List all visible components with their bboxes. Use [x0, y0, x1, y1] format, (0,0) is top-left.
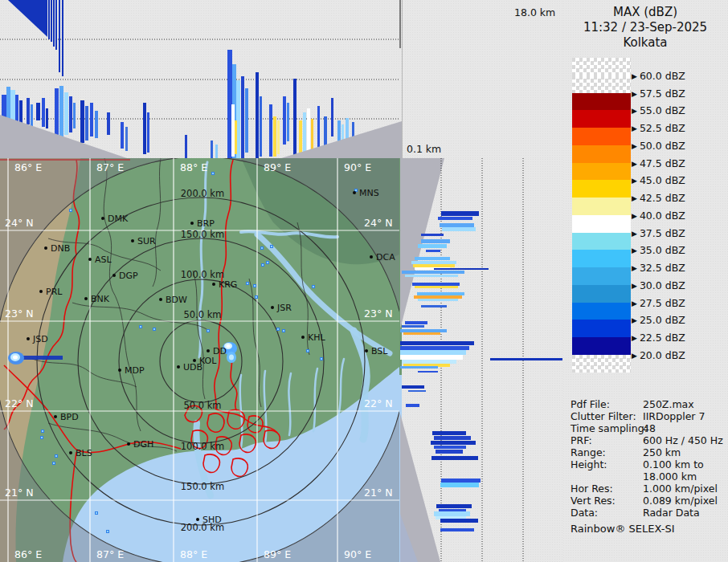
- echo-row: [403, 332, 440, 335]
- legend-value-label: ▶42.5 dBZ: [632, 192, 685, 204]
- echo-row: [438, 217, 472, 220]
- legend-band: [572, 320, 631, 337]
- city-label: BNK: [91, 294, 110, 304]
- echo-row: [418, 371, 438, 373]
- metadata-key: Range:: [571, 446, 606, 458]
- echo-row: [440, 519, 478, 523]
- city-dot: [101, 217, 104, 220]
- echo-column: [303, 112, 306, 154]
- city-label: MNS: [359, 188, 379, 198]
- echo-column: [85, 106, 88, 140]
- city-dot: [44, 246, 47, 250]
- echo-blob-core: [13, 356, 18, 360]
- city-label: JSD: [32, 334, 48, 344]
- echo-dot-core: [247, 283, 248, 284]
- legend-arrow-icon: ▶: [632, 352, 637, 360]
- echo-dot-core: [283, 330, 284, 332]
- city-dot: [353, 191, 356, 194]
- echo-dot-core: [321, 358, 322, 360]
- echo-column: [107, 112, 110, 135]
- metadata-key: Vert Res:: [571, 495, 616, 507]
- city-label: BPD: [60, 412, 79, 422]
- echo-dot-core: [313, 286, 314, 287]
- city-label: BDW: [166, 295, 187, 305]
- software-brand: Rainbow® SELEX-SI: [571, 523, 675, 535]
- echo-row: [442, 227, 476, 231]
- longitude-label: 90° E: [344, 161, 371, 173]
- city-dot: [365, 349, 368, 352]
- city-label: SUR: [137, 236, 156, 246]
- city-dot: [112, 274, 116, 277]
- legend-band: [572, 267, 631, 285]
- echo-row: [418, 244, 447, 248]
- legend-band: [572, 250, 631, 267]
- legend-arrow-icon: ▶: [632, 334, 637, 342]
- echo-spike: [59, 0, 60, 72]
- latitude-label: 24° N: [364, 217, 392, 229]
- longitude-label: 86° E: [14, 548, 42, 560]
- echo-dot-core: [261, 247, 263, 249]
- echo-column: [273, 116, 276, 157]
- height-axis-max-label: 18.0 km: [514, 6, 555, 18]
- radar-map[interactable]: DMKBRPMNSSURDNBASLDGPDCAPRLBNKKRGBDWJSRK…: [0, 158, 399, 562]
- echo-column: [235, 120, 237, 154]
- echo-column: [215, 145, 218, 158]
- echo-column: [69, 96, 72, 132]
- echo-row: [402, 325, 424, 328]
- echo-row: [440, 223, 474, 227]
- city-label: KHL: [308, 332, 325, 343]
- legend-band: [572, 163, 631, 181]
- echo-column: [64, 92, 68, 135]
- city-dot: [370, 255, 373, 259]
- echo-row: [405, 321, 427, 324]
- metadata-value: 1.000 km/pixel: [643, 483, 718, 495]
- metadata-value: 600 Hz / 450 Hz: [643, 434, 723, 446]
- echo-row: [413, 264, 455, 267]
- echo-column: [59, 86, 63, 138]
- legend-value-label: ▶30.0 dBZ: [632, 279, 685, 291]
- echo-row: [421, 305, 447, 307]
- legend-band: [572, 128, 631, 145]
- metadata-value: IIRDoppler 7: [643, 410, 705, 422]
- metadata-key: Pdf File:: [571, 398, 610, 410]
- echo-dot-core: [55, 455, 57, 457]
- latitude-label: 22° N: [364, 397, 392, 409]
- metadata-key: PRF:: [571, 434, 592, 446]
- echo-row: [400, 366, 438, 369]
- echo-column: [185, 135, 187, 158]
- legend-value-label: ▶22.5 dBZ: [632, 332, 685, 344]
- echo-column: [260, 96, 262, 157]
- echo-dot-core: [307, 350, 309, 352]
- echo-row: [434, 511, 470, 516]
- echo-column: [299, 120, 302, 157]
- legend-band: [572, 198, 631, 215]
- metadata-value: 0.089 km/pixel: [643, 495, 718, 507]
- city-dot: [118, 369, 121, 372]
- echo-column: [95, 111, 98, 138]
- echo-row: [400, 346, 469, 350]
- ew-profile-plot: [0, 0, 402, 158]
- legend-value-label: ▶47.5 dBZ: [632, 157, 685, 169]
- echo-row: [441, 479, 481, 483]
- longitude-label: 88° E: [180, 161, 207, 173]
- legend-arrow-icon: ▶: [632, 107, 637, 115]
- echo-row: [434, 446, 466, 449]
- metadata-key: Height:: [571, 458, 607, 470]
- terrain-silhouette: [400, 158, 444, 329]
- city-dot: [271, 306, 274, 309]
- datetime-label: 11:32 / 23-Sep-2025: [562, 20, 728, 35]
- legend-band: [572, 110, 631, 128]
- echo-row: [400, 341, 474, 345]
- echo-row: [421, 239, 450, 243]
- legend-arrow-icon: ▶: [632, 142, 637, 150]
- city-dot: [196, 518, 199, 521]
- echo-row: [415, 257, 450, 260]
- echo-column: [231, 104, 235, 157]
- echo-column: [293, 79, 297, 157]
- range-ring-label: 50.0 km: [183, 309, 221, 320]
- city-dot: [54, 415, 57, 418]
- echo-column: [42, 98, 45, 127]
- legend-arrow-icon: ▶: [632, 282, 637, 290]
- echo-dot-core: [207, 330, 209, 332]
- city-label: KRG: [219, 279, 237, 290]
